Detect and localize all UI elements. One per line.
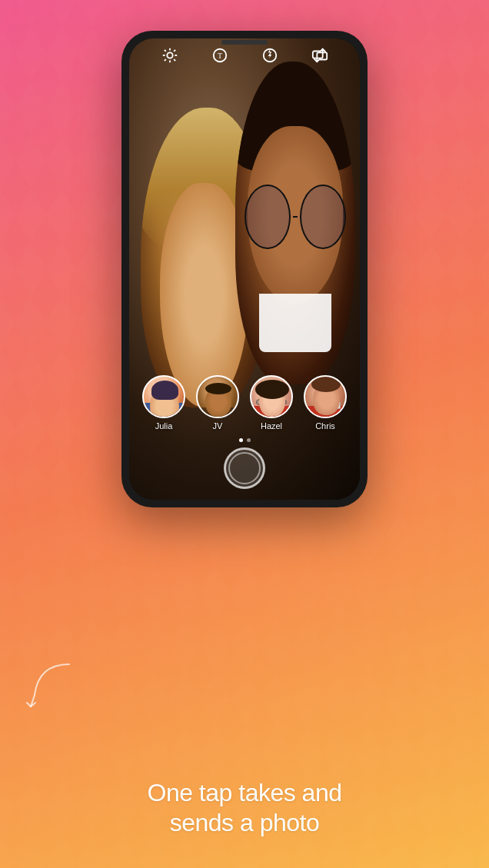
caption-line1: One tap takes and [0,778,489,807]
camera-toolbar: T [129,38,360,72]
caption-line2: sends a photo [0,808,489,837]
arrow-annotation [23,657,85,718]
shutter-inner-ring [228,452,261,484]
avatar-hazel [250,375,293,418]
svg-text:T: T [217,52,221,60]
contact-hazel[interactable]: Hazel [250,375,293,431]
text-icon[interactable]: T [209,45,231,66]
flip-camera-icon[interactable] [309,45,331,66]
contact-chris[interactable]: Chris [304,375,347,431]
avatar-chris [304,375,347,418]
contact-jv[interactable]: JV [196,375,239,431]
shutter-button[interactable] [224,447,265,489]
contacts-row: Julia JV [129,375,360,431]
phone-frame: T [121,31,368,507]
contact-name-hazel: Hazel [261,421,282,431]
app-background: T [0,0,489,868]
brightness-icon[interactable] [159,45,181,66]
julia-scarf [144,403,184,417]
svg-line-6 [174,59,175,61]
phone-mockup: T [121,31,368,507]
dot-1 [239,438,243,442]
svg-point-0 [167,52,172,58]
svg-line-8 [164,59,165,61]
phone-screen: T [129,38,360,500]
contact-name-jv: JV [213,421,223,431]
contact-name-chris: Chris [315,421,335,431]
dot-2 [247,438,251,442]
bottom-caption: One tap takes and sends a photo [0,778,489,837]
camera-viewfinder: T [129,38,360,500]
avatar-jv [196,375,239,418]
svg-line-7 [174,50,175,52]
flash-icon[interactable] [259,45,281,66]
contact-julia[interactable]: Julia [142,375,185,431]
avatar-julia [142,375,185,418]
svg-line-5 [164,50,165,52]
contact-name-julia: Julia [155,421,173,431]
page-dots [129,438,360,442]
